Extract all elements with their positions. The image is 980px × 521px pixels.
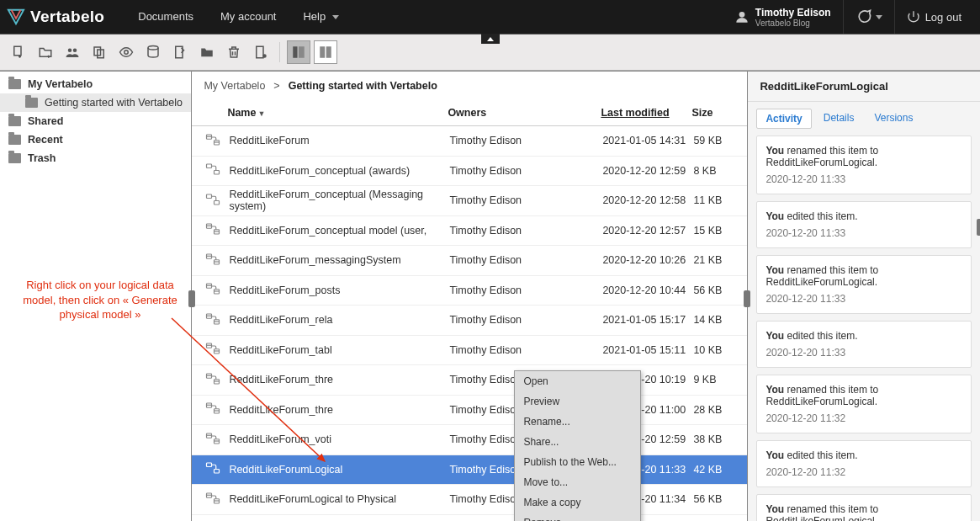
table-row[interactable]: RedditLikeForum_threTimothy Edison2020-1… — [192, 396, 747, 426]
context-menu-item[interactable]: Publish to the Web... — [515, 452, 640, 472]
col-header-modified[interactable]: Last modified — [601, 107, 691, 119]
cell-size: 14 KB — [693, 314, 735, 326]
cell-size: 42 KB — [693, 464, 735, 476]
table-row[interactable]: RedditLikeForumLogicalTimothy Edison2020… — [192, 455, 747, 486]
activity-time: 2020-12-20 11:33 — [765, 227, 962, 239]
share-button[interactable] — [61, 40, 84, 64]
activity-card: You renamed this item to RedditLikeForum… — [756, 494, 972, 521]
cell-size: 59 KB — [693, 135, 735, 146]
new-document-button[interactable] — [7, 40, 30, 64]
context-menu-item[interactable]: Make a copy — [515, 492, 640, 513]
table-row[interactable]: RedditLikeForumTimothy Edison2021-01-05 … — [192, 126, 747, 157]
col-header-size[interactable]: Size — [691, 107, 734, 119]
brand-logo[interactable]: Vertabelo — [7, 8, 104, 26]
view-list-button[interactable] — [287, 40, 310, 64]
folder-icon — [8, 116, 21, 126]
nav-my-account[interactable]: My account — [207, 0, 289, 34]
speech-bubble-icon — [856, 8, 872, 25]
chevron-down-icon — [332, 15, 339, 19]
vertabelo-logo-icon — [7, 8, 25, 26]
table-row[interactable]: RedditLikeForumLogical to PhysicalTimoth… — [192, 485, 747, 515]
power-icon — [907, 10, 920, 24]
view-grid-button[interactable] — [314, 40, 337, 64]
table-row[interactable]: RedditLikeForum_tablTimothy Edison2021-0… — [192, 336, 747, 366]
tab-details[interactable]: Details — [815, 109, 863, 129]
table-row[interactable]: RedditLikeForum_threTimothy Edison2020-1… — [192, 365, 747, 396]
nav-documents[interactable]: Documents — [124, 0, 207, 34]
table-row[interactable]: RedditLikeForum_conceptual (Messaging sy… — [192, 186, 747, 216]
new-folder-button[interactable] — [34, 40, 57, 64]
activity-time: 2020-12-20 11:33 — [765, 293, 962, 305]
activity-card: You renamed this item to RedditLikeForum… — [756, 375, 972, 433]
cell-modified: 2020-12-20 12:59 — [602, 165, 693, 177]
svg-rect-12 — [299, 46, 305, 58]
cell-owner: Timothy Edison — [449, 225, 602, 237]
context-menu-item[interactable]: Preview — [515, 391, 640, 412]
nav-help-label: Help — [303, 0, 326, 34]
content-resize-handle-right[interactable] — [744, 290, 750, 307]
activity-text: You renamed this item to RedditLikeForum… — [765, 503, 962, 521]
logout-button[interactable]: Log out — [894, 0, 973, 34]
cell-size: 15 KB — [693, 225, 735, 237]
toolbar-divider — [279, 42, 280, 62]
table-row[interactable]: RedditLikeForum_messagingSystemTimothy E… — [192, 246, 747, 276]
sidebar-item[interactable]: Recent — [0, 130, 191, 149]
collapse-navbar-tab[interactable] — [481, 34, 500, 44]
cell-owner: Timothy Edison — [449, 165, 602, 177]
sidebar-item[interactable]: My Vertabelo — [0, 75, 191, 93]
nav-help[interactable]: Help — [289, 0, 352, 34]
table-row[interactable]: RedditLikeForum_votiTimothy Edison2020-1… — [192, 425, 747, 455]
folder-icon — [8, 79, 21, 89]
table-rows: RedditLikeForumTimothy Edison2021-01-05 … — [192, 126, 747, 521]
sidebar-item[interactable]: Getting started with Vertabelo — [0, 93, 191, 112]
sidebar-item-label: Shared — [28, 115, 63, 127]
export-button[interactable] — [249, 40, 273, 64]
archive-button[interactable] — [141, 40, 165, 64]
folder-tree: My VertabeloGetting started with Vertabe… — [0, 75, 191, 167]
activity-time: 2020-12-20 11:32 — [765, 412, 962, 424]
delete-button[interactable] — [222, 40, 246, 64]
model-icon — [204, 312, 222, 328]
sidebar-item[interactable]: Shared — [0, 112, 191, 130]
sidebar-item[interactable]: Trash — [0, 149, 191, 167]
model-icon — [204, 401, 222, 417]
cell-size: 9 KB — [693, 374, 735, 385]
preview-button[interactable] — [114, 40, 138, 64]
activity-time: 2020-12-20 11:32 — [765, 466, 962, 478]
col-header-owner[interactable]: Owners — [448, 107, 601, 119]
svg-rect-19 — [207, 164, 212, 168]
rename-button[interactable] — [168, 40, 192, 64]
context-menu-item[interactable]: Rename... — [515, 412, 640, 432]
context-menu-item[interactable]: Open — [515, 371, 640, 391]
model-icon — [204, 372, 222, 388]
table-row[interactable]: RedditLikeForum_relaTimothy Edison2021-0… — [192, 306, 747, 336]
context-menu: OpenPreviewRename...Share...Publish to t… — [514, 370, 641, 521]
details-tabs: Activity Details Versions — [748, 102, 980, 136]
context-menu-item[interactable]: Share... — [515, 432, 640, 452]
breadcrumb-root[interactable]: My Vertabelo — [204, 80, 265, 92]
model-icon — [204, 133, 222, 149]
tab-versions[interactable]: Versions — [866, 109, 921, 129]
sidebar-resize-handle[interactable] — [977, 219, 980, 236]
activity-text: You edited this item. — [765, 210, 962, 222]
context-menu-item[interactable]: Move to... — [515, 472, 640, 492]
content-resize-handle-left[interactable] — [188, 290, 195, 307]
cell-modified: 2021-01-05 14:31 — [602, 135, 693, 146]
table-row[interactable]: RedditLikeForum_postsTimothy Edison2020-… — [192, 276, 747, 306]
user-block[interactable]: Timothy Edison Vertabelo Blog — [723, 7, 843, 28]
tab-activity[interactable]: Activity — [756, 109, 811, 129]
col-header-name[interactable]: Name▼ — [204, 107, 448, 119]
move-button[interactable] — [195, 40, 219, 64]
svg-rect-55 — [207, 463, 212, 467]
sidebar-item-label: Trash — [28, 152, 56, 164]
cell-modified: 2020-12-20 10:26 — [602, 254, 693, 266]
feedback-button[interactable] — [843, 0, 894, 34]
cell-owner: Timothy Edison — [449, 314, 602, 326]
table-row[interactable]: RedditLikeForum_conceptual (awards)Timot… — [192, 157, 747, 187]
copy-button[interactable] — [87, 40, 111, 64]
context-menu-item[interactable]: Remove... — [515, 513, 640, 521]
table-row[interactable]: RedditLikeForum_conceptual model (user,T… — [192, 216, 747, 247]
model-icon — [204, 253, 222, 268]
model-icon — [204, 162, 222, 178]
activity-card: You renamed this item to RedditLikeForum… — [756, 255, 972, 314]
